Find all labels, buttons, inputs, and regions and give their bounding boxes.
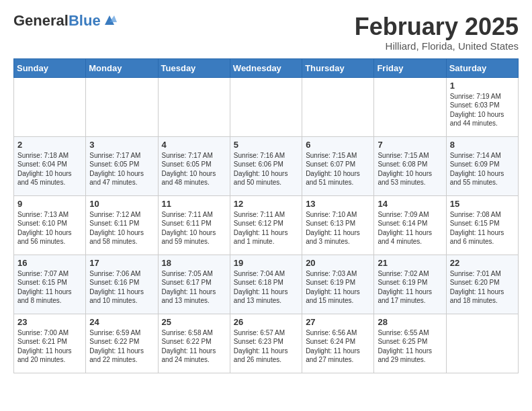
- calendar-cell: 26Sunrise: 6:57 AM Sunset: 6:23 PM Dayli…: [230, 314, 302, 373]
- day-number: 3: [89, 140, 154, 150]
- day-number: 17: [89, 258, 154, 268]
- location-text: Hilliard, Florida, United States: [355, 40, 519, 52]
- day-info: Sunrise: 6:59 AM Sunset: 6:22 PM Dayligh…: [89, 328, 154, 365]
- weekday-header-tuesday: Tuesday: [158, 58, 230, 77]
- day-info: Sunrise: 7:01 AM Sunset: 6:20 PM Dayligh…: [450, 269, 515, 306]
- calendar-cell: 10Sunrise: 7:12 AM Sunset: 6:11 PM Dayli…: [86, 195, 158, 255]
- day-info: Sunrise: 7:18 AM Sunset: 6:04 PM Dayligh…: [17, 151, 82, 187]
- day-number: 19: [234, 258, 298, 268]
- calendar-cell: [230, 77, 302, 136]
- day-info: Sunrise: 7:17 AM Sunset: 6:05 PM Dayligh…: [162, 151, 226, 187]
- title-block: February 2025 Hilliard, Florida, United …: [355, 13, 519, 52]
- day-info: Sunrise: 7:15 AM Sunset: 6:07 PM Dayligh…: [306, 151, 370, 187]
- logo-blue-text: Blue: [69, 12, 101, 29]
- calendar-week-2: 2Sunrise: 7:18 AM Sunset: 6:04 PM Daylig…: [14, 136, 519, 195]
- calendar-cell: 4Sunrise: 7:17 AM Sunset: 6:05 PM Daylig…: [158, 136, 230, 195]
- calendar-cell: [14, 77, 86, 136]
- calendar-cell: 15Sunrise: 7:08 AM Sunset: 6:15 PM Dayli…: [446, 195, 518, 255]
- weekday-header-saturday: Saturday: [446, 58, 518, 77]
- day-info: Sunrise: 7:07 AM Sunset: 6:15 PM Dayligh…: [17, 269, 82, 306]
- day-info: Sunrise: 7:12 AM Sunset: 6:11 PM Dayligh…: [89, 210, 154, 246]
- calendar-week-5: 23Sunrise: 7:00 AM Sunset: 6:21 PM Dayli…: [14, 314, 519, 373]
- day-number: 23: [17, 317, 82, 327]
- day-number: 16: [17, 258, 82, 268]
- calendar-cell: 24Sunrise: 6:59 AM Sunset: 6:22 PM Dayli…: [86, 314, 158, 373]
- day-number: 15: [450, 199, 515, 209]
- day-info: Sunrise: 7:17 AM Sunset: 6:05 PM Dayligh…: [89, 151, 154, 187]
- calendar-cell: 25Sunrise: 6:58 AM Sunset: 6:22 PM Dayli…: [158, 314, 230, 373]
- page-header: GeneralBlue February 2025 Hilliard, Flor…: [13, 13, 519, 52]
- day-number: 28: [378, 317, 442, 327]
- day-number: 2: [17, 140, 82, 150]
- month-title: February 2025: [355, 13, 519, 40]
- day-number: 4: [162, 140, 226, 150]
- calendar-cell: 9Sunrise: 7:13 AM Sunset: 6:10 PM Daylig…: [14, 195, 86, 255]
- day-info: Sunrise: 7:02 AM Sunset: 6:19 PM Dayligh…: [378, 269, 442, 306]
- day-number: 24: [89, 317, 154, 327]
- calendar-cell: 23Sunrise: 7:00 AM Sunset: 6:21 PM Dayli…: [14, 314, 86, 373]
- day-number: 12: [234, 199, 298, 209]
- day-number: 18: [162, 258, 226, 268]
- day-info: Sunrise: 6:58 AM Sunset: 6:22 PM Dayligh…: [162, 328, 226, 365]
- calendar-week-4: 16Sunrise: 7:07 AM Sunset: 6:15 PM Dayli…: [14, 255, 519, 314]
- day-number: 25: [162, 317, 226, 327]
- day-number: 21: [378, 258, 442, 268]
- logo: GeneralBlue: [13, 13, 117, 28]
- day-info: Sunrise: 7:00 AM Sunset: 6:21 PM Dayligh…: [17, 328, 82, 365]
- day-info: Sunrise: 7:14 AM Sunset: 6:09 PM Dayligh…: [450, 151, 515, 187]
- day-number: 26: [234, 317, 298, 327]
- day-number: 14: [378, 199, 442, 209]
- calendar-cell: 11Sunrise: 7:11 AM Sunset: 6:11 PM Dayli…: [158, 195, 230, 255]
- weekday-header-monday: Monday: [86, 58, 158, 77]
- calendar-cell: 5Sunrise: 7:16 AM Sunset: 6:06 PM Daylig…: [230, 136, 302, 195]
- calendar-week-1: 1Sunrise: 7:19 AM Sunset: 6:03 PM Daylig…: [14, 77, 519, 136]
- calendar-cell: 13Sunrise: 7:10 AM Sunset: 6:13 PM Dayli…: [302, 195, 374, 255]
- day-info: Sunrise: 7:11 AM Sunset: 6:12 PM Dayligh…: [234, 210, 298, 246]
- calendar-cell: [158, 77, 230, 136]
- day-info: Sunrise: 7:15 AM Sunset: 6:08 PM Dayligh…: [378, 151, 442, 187]
- day-number: 9: [17, 199, 82, 209]
- day-info: Sunrise: 6:55 AM Sunset: 6:25 PM Dayligh…: [378, 328, 442, 365]
- calendar-cell: [446, 314, 518, 373]
- day-number: 10: [89, 199, 154, 209]
- calendar-cell: 6Sunrise: 7:15 AM Sunset: 6:07 PM Daylig…: [302, 136, 374, 195]
- day-number: 1: [450, 81, 515, 91]
- calendar-cell: 12Sunrise: 7:11 AM Sunset: 6:12 PM Dayli…: [230, 195, 302, 255]
- day-number: 6: [306, 140, 370, 150]
- weekday-header-thursday: Thursday: [302, 58, 374, 77]
- day-info: Sunrise: 7:03 AM Sunset: 6:19 PM Dayligh…: [306, 269, 370, 306]
- calendar-cell: 19Sunrise: 7:04 AM Sunset: 6:18 PM Dayli…: [230, 255, 302, 314]
- day-number: 20: [306, 258, 370, 268]
- weekday-header-wednesday: Wednesday: [230, 58, 302, 77]
- day-info: Sunrise: 7:16 AM Sunset: 6:06 PM Dayligh…: [234, 151, 298, 187]
- day-number: 8: [450, 140, 515, 150]
- calendar-cell: 28Sunrise: 6:55 AM Sunset: 6:25 PM Dayli…: [374, 314, 446, 373]
- day-number: 11: [162, 199, 226, 209]
- calendar-cell: 8Sunrise: 7:14 AM Sunset: 6:09 PM Daylig…: [446, 136, 518, 195]
- day-info: Sunrise: 7:11 AM Sunset: 6:11 PM Dayligh…: [162, 210, 226, 246]
- day-info: Sunrise: 7:19 AM Sunset: 6:03 PM Dayligh…: [450, 92, 515, 128]
- day-number: 7: [378, 140, 442, 150]
- calendar-header: SundayMondayTuesdayWednesdayThursdayFrid…: [14, 58, 519, 77]
- calendar-cell: 21Sunrise: 7:02 AM Sunset: 6:19 PM Dayli…: [374, 255, 446, 314]
- calendar-cell: 22Sunrise: 7:01 AM Sunset: 6:20 PM Dayli…: [446, 255, 518, 314]
- calendar-cell: 14Sunrise: 7:09 AM Sunset: 6:14 PM Dayli…: [374, 195, 446, 255]
- weekday-header-friday: Friday: [374, 58, 446, 77]
- calendar-cell: 2Sunrise: 7:18 AM Sunset: 6:04 PM Daylig…: [14, 136, 86, 195]
- day-info: Sunrise: 6:56 AM Sunset: 6:24 PM Dayligh…: [306, 328, 370, 365]
- day-info: Sunrise: 7:13 AM Sunset: 6:10 PM Dayligh…: [17, 210, 82, 246]
- calendar-cell: 17Sunrise: 7:06 AM Sunset: 6:16 PM Dayli…: [86, 255, 158, 314]
- calendar-cell: 3Sunrise: 7:17 AM Sunset: 6:05 PM Daylig…: [86, 136, 158, 195]
- day-info: Sunrise: 7:06 AM Sunset: 6:16 PM Dayligh…: [89, 269, 154, 306]
- calendar-table: SundayMondayTuesdayWednesdayThursdayFrid…: [13, 58, 519, 373]
- day-number: 22: [450, 258, 515, 268]
- calendar-week-3: 9Sunrise: 7:13 AM Sunset: 6:10 PM Daylig…: [14, 195, 519, 255]
- day-number: 5: [234, 140, 298, 150]
- day-info: Sunrise: 6:57 AM Sunset: 6:23 PM Dayligh…: [234, 328, 298, 365]
- day-number: 13: [306, 199, 370, 209]
- calendar-cell: 18Sunrise: 7:05 AM Sunset: 6:17 PM Dayli…: [158, 255, 230, 314]
- day-info: Sunrise: 7:10 AM Sunset: 6:13 PM Dayligh…: [306, 210, 370, 246]
- logo-general-text: General: [13, 12, 69, 29]
- calendar-cell: 7Sunrise: 7:15 AM Sunset: 6:08 PM Daylig…: [374, 136, 446, 195]
- calendar-cell: 16Sunrise: 7:07 AM Sunset: 6:15 PM Dayli…: [14, 255, 86, 314]
